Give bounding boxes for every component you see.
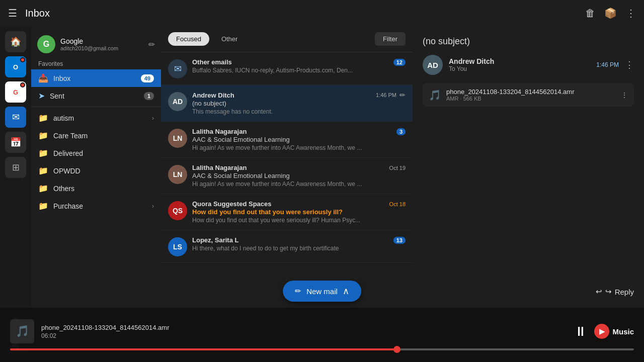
account-info: Google aditch2010@gmail.com xyxy=(60,37,143,51)
menu-icon[interactable]: ☰ xyxy=(8,8,17,18)
email-from-other: Other emails xyxy=(192,58,232,66)
more-icon[interactable]: ⋮ xyxy=(626,8,636,18)
delete-icon[interactable]: 🗑 xyxy=(585,8,595,18)
media-player: 🎵 phone_20241108-133204_8144562014.amr 0… xyxy=(0,308,644,362)
progress-fill xyxy=(10,348,397,350)
email-preview-quora: How did you find out that you were serio… xyxy=(192,217,406,224)
others-folder-icon: 📁 xyxy=(38,184,48,193)
account-name: Google xyxy=(60,37,143,45)
sidebar-item-opwdd[interactable]: 📁 OPWDD xyxy=(31,162,161,179)
email-content-lopez: Lopez, Sarita L 13 Hi there, what do I n… xyxy=(192,236,406,252)
account-section: G Google aditch2010@gmail.com ✏ xyxy=(31,31,161,55)
sidebar-item-sent[interactable]: ➤ Sent 1 xyxy=(31,87,161,105)
email-subject-lalitha-1: AAC & Social Emotional Learning xyxy=(192,136,406,143)
others-label: Others xyxy=(53,185,154,193)
attachment-row: 🎵 phone_20241108-133204_8144562014.amr A… xyxy=(423,83,634,107)
media-thumbnail: 🎵 xyxy=(10,319,34,343)
account-icon-gmail[interactable]: G xyxy=(5,81,26,103)
reading-time: 1:46 PM xyxy=(596,61,619,68)
purchase-folder-icon: 📁 xyxy=(38,201,48,211)
media-pause-button[interactable]: ⏸ xyxy=(574,324,587,339)
attachment-icon: 🎵 xyxy=(429,89,441,101)
email-content-andrew: Andrew Ditch 1:46 PM ✏ (no subject) This… xyxy=(192,91,406,115)
sent-label: Sent xyxy=(50,92,139,100)
care-team-label: Care Team xyxy=(53,132,154,140)
email-item-quora[interactable]: QS Quora Suggested Spaces Oct 18 How did… xyxy=(161,194,413,230)
account-icon-grid[interactable]: ⊞ xyxy=(5,157,26,178)
attachment-info: phone_20241108-133204_8144562014.amr AMR… xyxy=(446,88,616,102)
email-time-quora: Oct 18 xyxy=(389,201,406,207)
reply-label: Reply xyxy=(615,288,634,296)
progress-bar[interactable] xyxy=(10,348,634,350)
favorites-label: Favorites xyxy=(31,55,161,69)
email-list-header: Focused Other Filter xyxy=(161,26,413,52)
account-icon-home[interactable]: 🏠 xyxy=(5,31,26,52)
email-meta-quora: Quora Suggested Spaces Oct 18 xyxy=(192,200,406,208)
tab-other[interactable]: Other xyxy=(213,32,246,46)
sidebar-item-others[interactable]: 📁 Others xyxy=(31,179,161,197)
email-item-lalitha-2[interactable]: LN Lalitha Nagarajan Oct 19 AAC & Social… xyxy=(161,158,413,194)
reading-avatar: AD xyxy=(423,55,443,75)
email-preview-lalitha-2: Hi again! As we move further into AAC Aw… xyxy=(192,180,406,188)
media-progress-row xyxy=(10,348,634,350)
top-bar-actions: 🗑 📦 ⋮ xyxy=(585,8,636,18)
forward-icon: ↪ xyxy=(605,287,612,296)
new-mail-button[interactable]: ✏ New mail ∧ xyxy=(283,281,361,302)
email-badge-lalitha-1: 3 xyxy=(396,128,406,135)
collapse-icon[interactable]: ∧ xyxy=(343,286,349,297)
email-avatar-lopez: LS xyxy=(168,237,187,256)
email-preview-lalitha-1: Hi again! As we move further into AAC Aw… xyxy=(192,144,406,151)
email-meta-other: Other emails 12 xyxy=(192,58,406,66)
progress-knob[interactable] xyxy=(393,346,400,353)
email-from-quora: Quora Suggested Spaces xyxy=(192,200,272,208)
email-avatar-lalitha-2: LN xyxy=(168,165,187,184)
email-preview-lopez: Hi there, what do I need to do to get my… xyxy=(192,245,406,252)
purchase-label: Purchase xyxy=(53,202,147,210)
sidebar-item-inbox[interactable]: 📥 Inbox 49 xyxy=(31,69,161,87)
media-player-top: 🎵 phone_20241108-133204_8144562014.amr 0… xyxy=(10,319,634,343)
sidebar-item-care-team[interactable]: 📁 Care Team xyxy=(31,127,161,144)
reading-more-icon[interactable]: ⋮ xyxy=(625,59,634,70)
care-team-folder-icon: 📁 xyxy=(38,131,48,140)
attachment-more-icon[interactable]: ⋮ xyxy=(621,91,628,99)
email-avatar-lalitha-1: LN xyxy=(168,129,187,148)
tab-focused[interactable]: Focused xyxy=(168,32,209,46)
email-content-quora: Quora Suggested Spaces Oct 18 How did yo… xyxy=(192,200,406,224)
delivered-label: Delivered xyxy=(53,149,154,157)
archive-icon[interactable]: 📦 xyxy=(604,8,617,18)
sidebar-item-purchase[interactable]: 📁 Purchase › xyxy=(31,197,161,215)
delivered-folder-icon: 📁 xyxy=(38,148,48,158)
reply-button[interactable]: ↩ ↪ Reply xyxy=(596,287,634,296)
email-avatar-quora: QS xyxy=(168,201,187,220)
email-time-andrew: 1:46 PM xyxy=(376,92,396,98)
opwdd-folder-icon: 📁 xyxy=(38,166,48,175)
inbox-badge: 49 xyxy=(141,74,154,82)
email-from-lalitha-1: Lalitha Nagarajan xyxy=(192,128,247,135)
edit-icon[interactable]: ✏ xyxy=(148,40,155,49)
email-subject-andrew: (no subject) xyxy=(192,100,406,107)
account-icon-outlook[interactable]: O xyxy=(5,56,26,77)
email-meta-lopez: Lopez, Sarita L 13 xyxy=(192,236,406,244)
email-item-lopez[interactable]: LS Lopez, Sarita L 13 Hi there, what do … xyxy=(161,230,413,263)
sidebar-item-delivered[interactable]: 📁 Delivered xyxy=(31,144,161,162)
email-subject-lalitha-2: AAC & Social Emotional Learning xyxy=(192,172,406,179)
filter-button[interactable]: Filter xyxy=(375,32,406,46)
email-content-lalitha-2: Lalitha Nagarajan Oct 19 AAC & Social Em… xyxy=(192,164,406,188)
email-from-lopez: Lopez, Sarita L xyxy=(192,236,238,244)
media-info: phone_20241108-133204_8144562014.amr 06:… xyxy=(41,324,567,339)
email-item-andrew-ditch[interactable]: AD Andrew Ditch 1:46 PM ✏ (no subject) T… xyxy=(161,85,413,122)
account-icon-mail[interactable]: ✉ xyxy=(5,107,26,128)
attachment-size: AMR · 566 KB xyxy=(446,96,616,102)
email-item-other-emails[interactable]: ✉ Other emails 12 Buffalo Sabres, IUCN n… xyxy=(161,52,413,85)
email-item-lalitha-1[interactable]: LN Lalitha Nagarajan 3 AAC & Social Emot… xyxy=(161,122,413,158)
email-content-lalitha-1: Lalitha Nagarajan 3 AAC & Social Emotion… xyxy=(192,128,406,151)
sidebar-item-autism[interactable]: 📁 autism › xyxy=(31,109,161,127)
autism-chevron: › xyxy=(152,115,154,122)
account-icon-calendar[interactable]: 📅 xyxy=(5,132,26,153)
media-music-logo: ▶ Music xyxy=(594,324,634,339)
autism-folder-icon: 📁 xyxy=(38,113,48,123)
email-meta-lalitha-2: Lalitha Nagarajan Oct 19 xyxy=(192,164,406,171)
email-meta-andrew: Andrew Ditch 1:46 PM ✏ xyxy=(192,91,406,99)
sent-badge: 1 xyxy=(144,92,154,100)
email-icon-other: ✉ xyxy=(168,59,187,78)
